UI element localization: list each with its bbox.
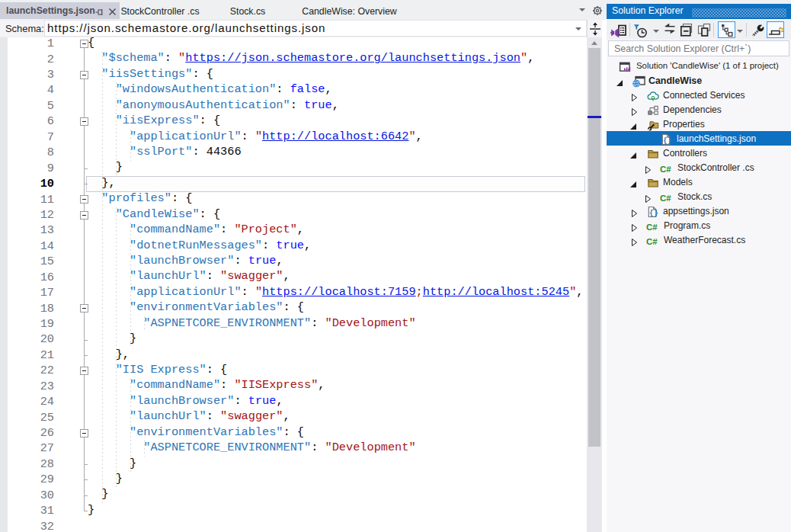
svg-text:{}: {} — [649, 209, 658, 217]
svg-text:C#: C# — [660, 165, 671, 174]
svg-text:C#: C# — [646, 223, 658, 232]
svg-text:C#: C# — [660, 194, 671, 203]
svg-text:{}: {} — [663, 136, 672, 145]
svg-text:C#: C# — [646, 237, 658, 246]
